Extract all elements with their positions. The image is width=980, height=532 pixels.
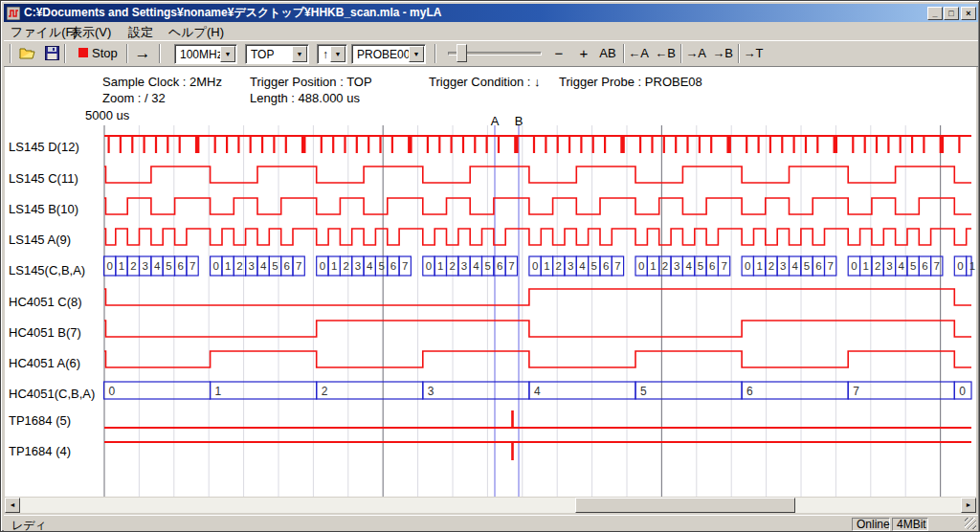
channel-label: HC4051 B(7) <box>9 325 81 340</box>
trigger-position-info: Trigger Position : TOP <box>250 75 372 89</box>
app-window: { "window": { "title": "C:¥Documents and… <box>0 0 980 532</box>
status-bar: レディ Online 4MBit <box>4 515 978 531</box>
minimize-button[interactable]: _ <box>927 7 943 20</box>
menu-view[interactable]: 表示(V) <box>70 24 111 41</box>
channel-label: LS145 D(12) <box>9 140 79 154</box>
channel-label: TP1684 (4) <box>9 444 71 458</box>
channel-label: HC4051(C,B,A) <box>9 387 95 401</box>
zoom-out-button[interactable]: − <box>549 43 568 64</box>
resize-grip-icon[interactable] <box>965 518 976 529</box>
maximize-button[interactable]: □ <box>944 7 959 20</box>
zoom-in-button[interactable]: + <box>574 43 593 64</box>
trigger-position-value: TOP <box>251 48 274 61</box>
channel-label: HC4051 C(8) <box>9 295 82 309</box>
probe-combo[interactable]: PROBE00 ▼ <box>351 44 426 64</box>
toolbar: Stop → 100MHz ▼ TOP ▼ ↑ ▼ PROBE00 ▼ − + … <box>4 40 978 66</box>
cursor-b-label[interactable]: B <box>513 114 524 128</box>
toolbar-separator <box>64 44 66 63</box>
save-file-button[interactable] <box>41 43 62 64</box>
menu-help[interactable]: ヘルプ(H) <box>168 24 224 41</box>
scroll-right-icon[interactable]: ► <box>961 498 976 513</box>
trigger-edge-value: ↑ <box>323 48 328 61</box>
probe-value: PROBE00 <box>357 48 410 61</box>
sample-clock-combo[interactable]: 100MHz ▼ <box>174 44 237 64</box>
toolbar-separator <box>680 44 682 63</box>
scroll-left-icon[interactable]: ◄ <box>5 498 20 513</box>
run-button[interactable]: → <box>131 43 154 64</box>
menu-bar: ファイル(F) 表示(V) 設定 ヘルプ(H) <box>4 22 978 40</box>
open-file-button[interactable] <box>17 43 38 64</box>
channel-label: HC4051 A(6) <box>9 356 80 370</box>
sample-clock-value: 100MHz <box>180 48 223 61</box>
toolbar-separator <box>623 44 625 63</box>
length-info: Length : 488.000 us <box>250 91 360 105</box>
zoom-slider-handle[interactable] <box>457 44 467 62</box>
menu-file[interactable]: ファイル(F) <box>11 24 78 41</box>
move-cursor-a-left-button[interactable]: ←A <box>626 43 651 64</box>
horizontal-scrollbar[interactable]: ◄ ► <box>5 498 976 513</box>
toolbar-separator <box>434 44 436 63</box>
menu-settings[interactable]: 設定 <box>128 24 153 41</box>
chevron-down-icon[interactable]: ▼ <box>409 46 424 62</box>
status-ready-text: レディ <box>11 518 47 532</box>
toolbar-gripper <box>10 44 11 63</box>
chevron-down-icon[interactable]: ▼ <box>220 46 235 62</box>
channel-label: LS145(C,B,A) <box>9 263 85 277</box>
waveform-client-area[interactable] <box>5 67 976 497</box>
stop-button[interactable]: Stop <box>73 43 122 64</box>
trigger-edge-combo[interactable]: ↑ ▼ <box>317 44 347 64</box>
trigger-condition-info: Trigger Condition : ↓ <box>429 75 541 89</box>
app-icon <box>7 7 20 20</box>
window-title: C:¥Documents and Settings¥noname¥デスクトップ¥… <box>24 5 441 21</box>
save-floppy-icon <box>45 46 59 60</box>
goto-trigger-button[interactable]: →T <box>741 43 766 64</box>
chevron-down-icon[interactable]: ▼ <box>330 46 345 62</box>
toolbar-separator <box>738 44 740 63</box>
close-button[interactable]: × <box>961 7 976 20</box>
trigger-probe-info: Trigger Probe : PROBE08 <box>559 75 702 89</box>
cursor-a-label[interactable]: A <box>489 114 501 128</box>
scrollbar-thumb[interactable] <box>575 498 795 513</box>
zoom-info: Zoom : / 32 <box>102 91 166 105</box>
chevron-down-icon[interactable]: ▼ <box>292 46 307 62</box>
move-cursor-a-right-button[interactable]: →A <box>683 43 708 64</box>
stop-square-icon <box>78 48 88 57</box>
trigger-position-combo[interactable]: TOP ▼ <box>245 44 309 64</box>
status-memory-badge: 4MBit <box>892 518 928 531</box>
timebase-label: 5000 us <box>85 108 129 122</box>
channel-label: LS145 B(10) <box>9 202 78 216</box>
ab-range-button[interactable]: AB <box>595 43 620 64</box>
toolbar-separator <box>159 44 161 63</box>
move-cursor-b-right-button[interactable]: →B <box>710 43 735 64</box>
channel-label: LS145 C(11) <box>9 171 78 186</box>
title-bar[interactable]: C:¥Documents and Settings¥noname¥デスクトップ¥… <box>4 4 978 22</box>
open-folder-icon <box>19 46 36 61</box>
status-online-badge: Online <box>852 518 890 531</box>
stop-label: Stop <box>92 46 118 60</box>
toolbar-separator <box>126 44 128 63</box>
move-cursor-b-left-button[interactable]: ←B <box>653 43 678 64</box>
channel-label: LS145 A(9) <box>9 233 71 247</box>
channel-label: TP1684 (5) <box>9 413 71 428</box>
sample-clock-info: Sample Clock : 2MHz <box>102 75 222 89</box>
